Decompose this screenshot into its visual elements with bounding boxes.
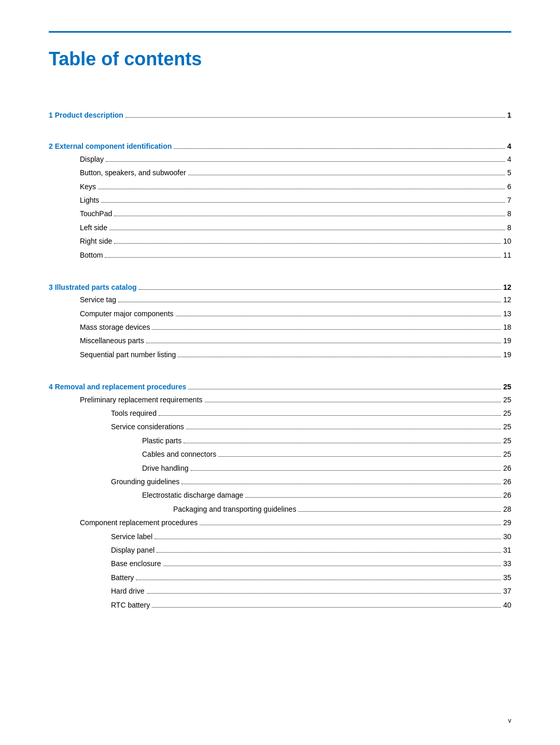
toc-entry-button-speakers[interactable]: Button, speakers, and subwoofer5 [49, 167, 511, 178]
toc-entry-prelim-replace[interactable]: Preliminary replacement requirements25 [49, 394, 511, 405]
toc-label-right-side: Right side [80, 235, 112, 247]
toc-dots-grounding [181, 484, 501, 484]
toc-dots-touchpad [114, 216, 505, 216]
toc-entry-ch1[interactable]: 1 Product description1 [49, 109, 511, 121]
toc-entry-ch4[interactable]: 4 Removal and replacement procedures25 [49, 381, 511, 392]
toc-label-electrostatic: Electrostatic discharge damage [142, 489, 243, 501]
toc-dots-left-side [109, 230, 505, 230]
toc-dots-miscellaneous [146, 343, 501, 343]
toc-page-grounding: 26 [503, 476, 511, 487]
toc-label-button-speakers: Button, speakers, and subwoofer [80, 167, 186, 178]
toc-entry-drive-handling[interactable]: Drive handling26 [49, 462, 511, 474]
toc-entry-service-tag[interactable]: Service tag12 [49, 294, 511, 305]
toc-dots-ch2 [174, 148, 505, 149]
toc-entry-rtc-battery[interactable]: RTC battery40 [49, 599, 511, 611]
toc-label-keys: Keys [80, 181, 96, 192]
toc-entry-hard-drive[interactable]: Hard drive37 [49, 585, 511, 597]
toc-entry-touchpad[interactable]: TouchPad8 [49, 208, 511, 219]
toc-page-computer-major: 13 [503, 308, 511, 319]
toc-dots-prelim-replace [205, 402, 501, 402]
toc-entry-bottom[interactable]: Bottom11 [49, 249, 511, 261]
toc-label-display: Display [80, 153, 104, 165]
toc-page-ch3: 12 [503, 282, 511, 293]
toc-page-packaging: 28 [503, 503, 511, 515]
toc-dots-component-replace [200, 525, 501, 525]
toc-label-tools-required: Tools required [111, 407, 157, 419]
toc-dots-keys [98, 189, 505, 189]
toc-label-mass-storage: Mass storage devices [80, 321, 150, 333]
toc-dots-display-panel [157, 552, 501, 553]
toc-label-display-panel: Display panel [111, 544, 155, 556]
toc-dots-ch3 [139, 289, 501, 290]
toc-dots-ch4 [188, 389, 501, 389]
toc-page-lights: 7 [507, 194, 511, 206]
toc-spacer [49, 122, 511, 130]
toc-entry-component-replace[interactable]: Component replacement procedures29 [49, 517, 511, 528]
toc-entry-grounding[interactable]: Grounding guidelines26 [49, 476, 511, 487]
toc-label-left-side: Left side [80, 222, 107, 233]
toc-label-grounding: Grounding guidelines [111, 476, 179, 487]
toc-page-drive-handling: 26 [503, 462, 511, 474]
toc-dots-sequential [178, 357, 501, 357]
toc-label-ch2: 2 External component identification [49, 140, 172, 152]
toc-label-service-label: Service label [111, 531, 152, 542]
toc-dots-bottom [105, 257, 501, 258]
toc-entry-sequential[interactable]: Sequential part number listing19 [49, 349, 511, 360]
toc-label-hard-drive: Hard drive [111, 585, 145, 597]
toc-label-battery: Battery [111, 572, 134, 583]
toc-entry-mass-storage[interactable]: Mass storage devices18 [49, 321, 511, 333]
toc-entry-ch3[interactable]: 3 Illustrated parts catalog12 [49, 282, 511, 293]
toc-entry-service-label[interactable]: Service label30 [49, 531, 511, 542]
toc-page-hard-drive: 37 [503, 585, 511, 597]
toc-entry-cables-connectors[interactable]: Cables and connectors25 [49, 448, 511, 460]
toc-entry-packaging[interactable]: Packaging and transporting guidelines28 [49, 503, 511, 515]
toc-dots-packaging [298, 511, 501, 512]
toc-label-ch1: 1 Product description [49, 109, 123, 121]
toc-entry-keys[interactable]: Keys6 [49, 181, 511, 192]
toc-page-component-replace: 29 [503, 517, 511, 528]
toc-entry-tools-required[interactable]: Tools required25 [49, 407, 511, 419]
toc-dots-display [106, 161, 505, 162]
toc-dots-rtc-battery [152, 607, 501, 608]
toc-page-prelim-replace: 25 [503, 394, 511, 405]
toc-entry-electrostatic[interactable]: Electrostatic discharge damage26 [49, 489, 511, 501]
toc-page-tools-required: 25 [503, 407, 511, 419]
toc-page-service-label: 30 [503, 531, 511, 542]
toc-page-right-side: 10 [503, 235, 511, 247]
toc-entry-display[interactable]: Display4 [49, 153, 511, 165]
toc-page-touchpad: 8 [507, 208, 511, 219]
toc-label-cables-connectors: Cables and connectors [142, 448, 216, 460]
toc-label-lights: Lights [80, 194, 99, 206]
toc-page-left-side: 8 [507, 222, 511, 233]
toc-entry-service-considerations[interactable]: Service considerations25 [49, 421, 511, 432]
toc-entry-display-panel[interactable]: Display panel31 [49, 544, 511, 556]
toc-entry-miscellaneous[interactable]: Miscellaneous parts19 [49, 335, 511, 346]
toc-page-base-enclosure: 33 [503, 558, 511, 569]
toc-dots-plastic-parts [184, 443, 501, 443]
toc-entry-lights[interactable]: Lights7 [49, 194, 511, 206]
toc-dots-base-enclosure [163, 566, 501, 566]
toc-dots-computer-major [176, 316, 501, 316]
toc-entry-computer-major[interactable]: Computer major components13 [49, 308, 511, 319]
toc-page-miscellaneous: 19 [503, 335, 511, 346]
toc-dots-drive-handling [191, 470, 501, 471]
toc-page-ch4: 25 [503, 381, 511, 392]
toc-label-bottom: Bottom [80, 249, 103, 261]
toc-section: 1 Product description12 External compone… [49, 91, 511, 611]
toc-dots-service-considerations [186, 429, 501, 429]
toc-label-sequential: Sequential part number listing [80, 349, 176, 360]
toc-entry-left-side[interactable]: Left side8 [49, 222, 511, 233]
toc-dots-lights [101, 202, 505, 203]
toc-dots-cables-connectors [218, 456, 501, 457]
toc-dots-tools-required [159, 415, 501, 416]
toc-label-packaging: Packaging and transporting guidelines [173, 503, 296, 515]
toc-entry-ch2[interactable]: 2 External component identification4 [49, 140, 511, 152]
toc-page-service-considerations: 25 [503, 421, 511, 432]
toc-entry-right-side[interactable]: Right side10 [49, 235, 511, 247]
toc-entry-plastic-parts[interactable]: Plastic parts25 [49, 435, 511, 446]
toc-entry-base-enclosure[interactable]: Base enclosure33 [49, 558, 511, 569]
toc-spacer [49, 362, 511, 371]
toc-page-battery: 35 [503, 572, 511, 583]
toc-label-computer-major: Computer major components [80, 308, 174, 319]
toc-entry-battery[interactable]: Battery35 [49, 572, 511, 583]
